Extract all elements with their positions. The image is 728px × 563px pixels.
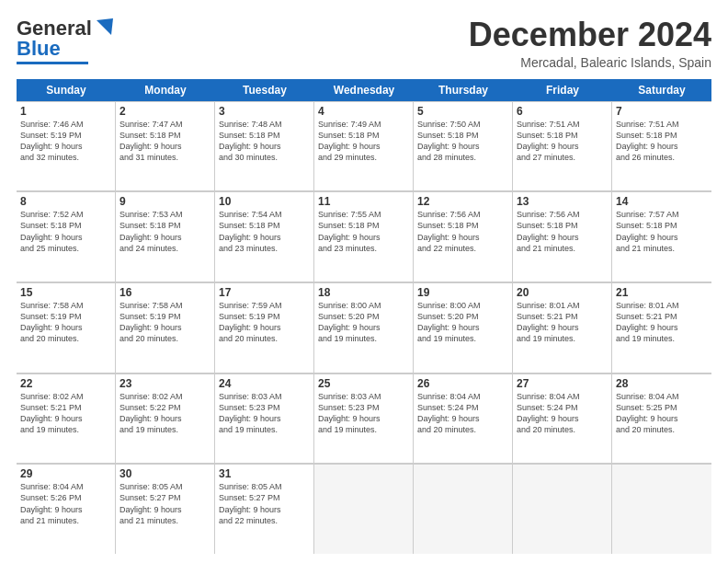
day-number: 29 <box>20 467 111 480</box>
calendar-week-1: 1Sunrise: 7:46 AMSunset: 5:19 PMDaylight… <box>17 101 711 192</box>
calendar-day-27: 27Sunrise: 8:04 AMSunset: 5:24 PMDayligh… <box>513 373 612 464</box>
day-info: Sunrise: 8:04 AMSunset: 5:26 PMDaylight:… <box>20 481 111 526</box>
day-info: Sunrise: 7:52 AMSunset: 5:18 PMDaylight:… <box>20 209 111 254</box>
day-info: Sunrise: 7:58 AMSunset: 5:19 PMDaylight:… <box>20 300 111 345</box>
day-number: 24 <box>219 377 310 390</box>
svg-marker-0 <box>97 18 113 35</box>
calendar-day-20: 20Sunrise: 8:01 AMSunset: 5:21 PMDayligh… <box>513 282 612 373</box>
day-number: 22 <box>20 377 111 390</box>
title-area: December 2024 Mercadal, Balearic Islands… <box>469 17 711 70</box>
day-number: 30 <box>119 467 210 480</box>
calendar-day-11: 11Sunrise: 7:55 AMSunset: 5:18 PMDayligh… <box>314 191 414 282</box>
location: Mercadal, Balearic Islands, Spain <box>469 55 711 70</box>
month-title: December 2024 <box>469 17 711 53</box>
day-number: 10 <box>219 195 310 208</box>
day-info: Sunrise: 7:54 AMSunset: 5:18 PMDaylight:… <box>219 209 310 254</box>
calendar-day-2: 2Sunrise: 7:47 AMSunset: 5:18 PMDaylight… <box>116 101 215 191</box>
page: General Blue December 2024 Mercadal, Bal… <box>0 0 728 563</box>
day-info: Sunrise: 7:46 AMSunset: 5:19 PMDaylight:… <box>20 119 111 164</box>
calendar-day-24: 24Sunrise: 8:03 AMSunset: 5:23 PMDayligh… <box>215 373 314 464</box>
calendar-header: SundayMondayTuesdayWednesdayThursdayFrid… <box>17 79 711 101</box>
day-number: 2 <box>119 105 210 118</box>
day-number: 23 <box>119 377 210 390</box>
calendar-day-19: 19Sunrise: 8:00 AMSunset: 5:20 PMDayligh… <box>414 282 513 373</box>
logo-underline <box>17 62 88 64</box>
calendar-day-15: 15Sunrise: 7:58 AMSunset: 5:19 PMDayligh… <box>17 282 116 373</box>
day-info: Sunrise: 7:47 AMSunset: 5:18 PMDaylight:… <box>119 119 210 164</box>
day-info: Sunrise: 7:49 AMSunset: 5:18 PMDaylight:… <box>318 119 409 164</box>
day-info: Sunrise: 8:02 AMSunset: 5:22 PMDaylight:… <box>119 391 210 436</box>
day-number: 1 <box>20 105 111 118</box>
calendar-day-29: 29Sunrise: 8:04 AMSunset: 5:26 PMDayligh… <box>17 464 116 554</box>
day-number: 13 <box>517 195 608 208</box>
calendar-day-22: 22Sunrise: 8:02 AMSunset: 5:21 PMDayligh… <box>17 373 116 464</box>
calendar-day-17: 17Sunrise: 7:59 AMSunset: 5:19 PMDayligh… <box>215 282 314 373</box>
day-info: Sunrise: 8:01 AMSunset: 5:21 PMDaylight:… <box>517 300 608 345</box>
day-number: 11 <box>318 195 409 208</box>
calendar-day-3: 3Sunrise: 7:48 AMSunset: 5:18 PMDaylight… <box>215 101 314 191</box>
calendar-day-5: 5Sunrise: 7:50 AMSunset: 5:18 PMDaylight… <box>414 101 513 191</box>
calendar-day-6: 6Sunrise: 7:51 AMSunset: 5:18 PMDaylight… <box>513 101 612 191</box>
day-info: Sunrise: 8:02 AMSunset: 5:21 PMDaylight:… <box>20 391 111 436</box>
day-number: 12 <box>417 195 508 208</box>
day-number: 3 <box>219 105 310 118</box>
day-info: Sunrise: 7:48 AMSunset: 5:18 PMDaylight:… <box>219 119 310 164</box>
day-info: Sunrise: 7:58 AMSunset: 5:19 PMDaylight:… <box>119 300 210 345</box>
calendar-day-13: 13Sunrise: 7:56 AMSunset: 5:18 PMDayligh… <box>513 191 612 282</box>
calendar-empty-cell <box>414 464 513 554</box>
day-number: 4 <box>318 105 409 118</box>
day-info: Sunrise: 8:05 AMSunset: 5:27 PMDaylight:… <box>119 481 210 526</box>
calendar-week-4: 22Sunrise: 8:02 AMSunset: 5:21 PMDayligh… <box>17 373 711 465</box>
day-number: 14 <box>616 195 708 208</box>
day-number: 21 <box>616 286 708 299</box>
day-info: Sunrise: 7:51 AMSunset: 5:18 PMDaylight:… <box>616 119 708 164</box>
logo: General Blue <box>17 17 113 64</box>
calendar: SundayMondayTuesdayWednesdayThursdayFrid… <box>17 79 711 554</box>
day-info: Sunrise: 8:00 AMSunset: 5:20 PMDaylight:… <box>417 300 508 345</box>
weekday-header-saturday: Saturday <box>612 79 711 101</box>
day-number: 31 <box>219 467 310 480</box>
calendar-day-26: 26Sunrise: 8:04 AMSunset: 5:24 PMDayligh… <box>414 373 513 464</box>
day-number: 17 <box>219 286 310 299</box>
calendar-day-7: 7Sunrise: 7:51 AMSunset: 5:18 PMDaylight… <box>612 101 711 191</box>
day-info: Sunrise: 8:04 AMSunset: 5:24 PMDaylight:… <box>517 391 608 436</box>
day-info: Sunrise: 7:56 AMSunset: 5:18 PMDaylight:… <box>517 209 608 254</box>
calendar-week-5: 29Sunrise: 8:04 AMSunset: 5:26 PMDayligh… <box>17 464 711 554</box>
day-number: 8 <box>20 195 111 208</box>
calendar-day-28: 28Sunrise: 8:04 AMSunset: 5:25 PMDayligh… <box>612 373 711 464</box>
day-info: Sunrise: 7:57 AMSunset: 5:18 PMDaylight:… <box>616 209 708 254</box>
day-number: 26 <box>417 377 508 390</box>
weekday-header-monday: Monday <box>116 79 215 101</box>
day-number: 19 <box>417 286 508 299</box>
calendar-day-25: 25Sunrise: 8:03 AMSunset: 5:23 PMDayligh… <box>314 373 414 464</box>
day-info: Sunrise: 8:04 AMSunset: 5:24 PMDaylight:… <box>417 391 508 436</box>
day-number: 7 <box>616 105 708 118</box>
day-info: Sunrise: 7:55 AMSunset: 5:18 PMDaylight:… <box>318 209 409 254</box>
day-number: 16 <box>119 286 210 299</box>
calendar-day-31: 31Sunrise: 8:05 AMSunset: 5:27 PMDayligh… <box>215 464 314 554</box>
day-info: Sunrise: 8:03 AMSunset: 5:23 PMDaylight:… <box>318 391 409 436</box>
calendar-day-1: 1Sunrise: 7:46 AMSunset: 5:19 PMDaylight… <box>17 101 116 191</box>
day-info: Sunrise: 7:56 AMSunset: 5:18 PMDaylight:… <box>417 209 508 254</box>
day-info: Sunrise: 8:03 AMSunset: 5:23 PMDaylight:… <box>219 391 310 436</box>
day-info: Sunrise: 8:04 AMSunset: 5:25 PMDaylight:… <box>616 391 708 436</box>
weekday-header-sunday: Sunday <box>17 79 116 101</box>
calendar-day-4: 4Sunrise: 7:49 AMSunset: 5:18 PMDaylight… <box>314 101 414 191</box>
day-info: Sunrise: 8:01 AMSunset: 5:21 PMDaylight:… <box>616 300 708 345</box>
day-number: 25 <box>318 377 409 390</box>
calendar-day-10: 10Sunrise: 7:54 AMSunset: 5:18 PMDayligh… <box>215 191 314 282</box>
day-number: 18 <box>318 286 409 299</box>
calendar-day-8: 8Sunrise: 7:52 AMSunset: 5:18 PMDaylight… <box>17 191 116 282</box>
calendar-week-2: 8Sunrise: 7:52 AMSunset: 5:18 PMDaylight… <box>17 191 711 282</box>
calendar-day-18: 18Sunrise: 8:00 AMSunset: 5:20 PMDayligh… <box>314 282 414 373</box>
header: General Blue December 2024 Mercadal, Bal… <box>17 17 711 70</box>
weekday-header-wednesday: Wednesday <box>314 79 414 101</box>
day-number: 27 <box>517 377 608 390</box>
day-number: 9 <box>119 195 210 208</box>
logo-blue: Blue <box>17 37 61 61</box>
calendar-empty-cell <box>314 464 414 554</box>
day-info: Sunrise: 7:59 AMSunset: 5:19 PMDaylight:… <box>219 300 310 345</box>
calendar-empty-cell <box>612 464 711 554</box>
day-number: 6 <box>517 105 608 118</box>
day-number: 28 <box>616 377 708 390</box>
